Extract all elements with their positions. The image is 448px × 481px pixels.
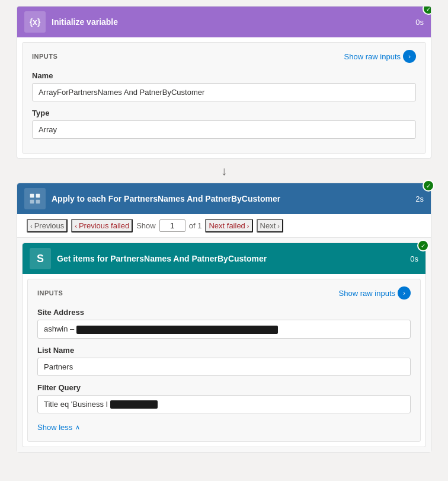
apply-card-duration: 2s: [415, 195, 424, 203]
apply-card-icon: [24, 188, 46, 209]
sub-show-raw-inputs[interactable]: Show raw inputs ›: [339, 286, 411, 300]
main-container: {x} Initialize variable 0s ✓ INPUTS Show…: [17, 6, 431, 453]
init-success-badge: ✓: [423, 6, 431, 15]
get-items-success-badge: ✓: [417, 240, 429, 251]
apply-inner: S Get items for PartnersNames And Patner…: [17, 238, 431, 452]
init-card-duration: 0s: [415, 18, 424, 27]
apply-card-header: Apply to each For PartnersNames And Patn…: [17, 183, 431, 214]
filter-query-field-group: Filter Query Title eq 'Business I: [37, 383, 411, 414]
init-type-value: Array: [32, 120, 416, 139]
previous-failed-button[interactable]: ‹ Previous failed: [71, 219, 133, 232]
sub-inputs-label: INPUTS: [37, 289, 63, 297]
init-name-field-group: Name ArrayForPartnersNames And PatnerByC…: [32, 71, 416, 101]
init-inputs-label: INPUTS: [32, 53, 57, 60]
show-raw-icon: ›: [403, 50, 416, 63]
svg-rect-1: [36, 194, 40, 198]
init-variable-card: {x} Initialize variable 0s ✓ INPUTS Show…: [17, 6, 431, 159]
previous-button[interactable]: ‹ Previous: [27, 219, 68, 232]
get-items-header: S Get items for PartnersNames And Patner…: [23, 243, 425, 274]
apply-card-title: Apply to each For PartnersNames And Patn…: [52, 194, 280, 203]
init-card-body: INPUTS Show raw inputs › Name ArrayForPa…: [22, 42, 426, 154]
connector-arrow: ↓: [17, 159, 431, 183]
list-name-value: Partners: [37, 358, 411, 376]
get-items-icon: S: [30, 248, 51, 269]
pagination-bar: ‹ Previous ‹ Previous failed Show of 1 N…: [17, 214, 431, 238]
next-chevron-icon: ›: [277, 222, 280, 230]
get-items-body: INPUTS Show raw inputs › Site Address as…: [27, 279, 421, 442]
sub-show-raw-icon: ›: [398, 286, 411, 300]
init-name-value: ArrayForPartnersNames And PatnerByCustom…: [32, 83, 416, 101]
init-type-field-group: Type Array: [32, 109, 416, 139]
site-address-label: Site Address: [37, 308, 411, 317]
next-button[interactable]: Next ›: [257, 219, 283, 232]
apply-success-badge: ✓: [423, 180, 434, 192]
init-name-label: Name: [32, 71, 416, 80]
page-input[interactable]: [159, 219, 185, 232]
get-items-title: Get items for PartnersNames And PatnerBy…: [57, 254, 267, 263]
svg-rect-3: [36, 200, 40, 204]
list-name-field-group: List Name Partners: [37, 346, 411, 376]
down-arrow-icon: ↓: [221, 164, 227, 178]
chevron-up-icon: ∧: [75, 423, 80, 431]
svg-rect-2: [30, 200, 34, 204]
site-address-redacted: [76, 326, 278, 334]
filter-query-label: Filter Query: [37, 383, 411, 392]
list-name-label: List Name: [37, 346, 411, 355]
apply-each-card: Apply to each For PartnersNames And Patn…: [17, 183, 431, 453]
init-type-label: Type: [32, 109, 416, 117]
show-label: Show: [136, 221, 156, 230]
site-address-field-group: Site Address ashwin –: [37, 308, 411, 339]
init-card-title: Initialize variable: [52, 17, 118, 27]
filter-query-value: Title eq 'Business I: [37, 395, 411, 414]
init-show-raw-inputs[interactable]: Show raw inputs ›: [344, 50, 416, 63]
next-failed-button[interactable]: Next failed ›: [205, 219, 252, 232]
init-card-icon: {x}: [24, 11, 46, 33]
page-of-label: of 1: [189, 221, 202, 230]
init-card-header: {x} Initialize variable 0s ✓: [17, 7, 431, 37]
foreach-icon: [29, 193, 41, 205]
next-failed-chevron-icon: ›: [247, 222, 249, 230]
filter-query-redacted: [110, 400, 158, 409]
svg-rect-0: [30, 194, 34, 198]
site-address-value: ashwin –: [37, 320, 411, 339]
show-less-button[interactable]: Show less ∧: [37, 421, 411, 434]
prev-failed-chevron-icon: ‹: [75, 222, 77, 230]
get-items-card: S Get items for PartnersNames And Patner…: [22, 243, 426, 447]
chevron-left-icon: ‹: [30, 222, 33, 230]
get-items-duration: 0s: [410, 254, 418, 263]
